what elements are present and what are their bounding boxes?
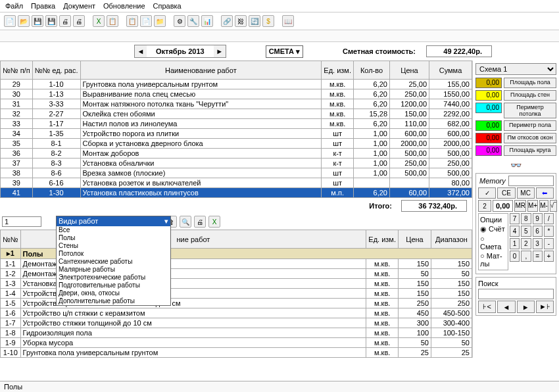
- keq[interactable]: =: [533, 251, 543, 262]
- opt-schet[interactable]: ◉ Счёт: [480, 224, 506, 234]
- tb-copy-icon[interactable]: 📋: [126, 15, 138, 27]
- t1-header[interactable]: Сумма: [429, 61, 472, 80]
- color-button[interactable]: Периметр пола: [504, 120, 556, 131]
- smeta-dropdown[interactable]: СМЕТА ▾: [266, 45, 303, 58]
- kdot[interactable]: ,: [521, 251, 531, 262]
- tb-open-icon[interactable]: 📂: [18, 15, 30, 27]
- period-prev-button[interactable]: ◄: [135, 45, 147, 57]
- dropdown-item[interactable]: Двери, окна, откосы: [57, 289, 170, 297]
- dropdown-item[interactable]: Все: [57, 226, 170, 234]
- tb-saveas-icon[interactable]: 💾: [45, 15, 57, 27]
- k5[interactable]: 5: [521, 226, 531, 237]
- color-button[interactable]: Периметр потолка: [504, 103, 556, 118]
- calc-mr[interactable]: MR: [514, 200, 526, 212]
- period-next-button[interactable]: ►: [214, 45, 226, 57]
- k8[interactable]: 8: [521, 213, 531, 224]
- search-input[interactable]: [478, 289, 554, 299]
- tb-excel-icon[interactable]: X: [93, 15, 105, 27]
- k2[interactable]: 2: [521, 238, 531, 249]
- table-row[interactable]: 388-6Врезка замков (плоские)шт1,00500,00…: [1, 168, 472, 178]
- color-button[interactable]: Площадь стен: [504, 90, 556, 101]
- opt-smeta[interactable]: ○ Смета: [480, 234, 506, 251]
- t1-header[interactable]: Кол-во: [354, 61, 390, 80]
- tb-new-icon[interactable]: 📄: [4, 15, 16, 27]
- dropdown-item[interactable]: Полы: [57, 234, 170, 242]
- calc-check[interactable]: ✓: [478, 187, 496, 199]
- search-prev[interactable]: ◄: [497, 301, 515, 313]
- main-table[interactable]: №№ п/п№№ ед. рас.Наименование работЕд. и…: [0, 61, 472, 198]
- table-row[interactable]: 1-7Устройство стяжки толщиной до 10 смм.…: [1, 318, 472, 328]
- t1-header[interactable]: №№ ед. рас.: [32, 61, 80, 80]
- dropdown-item[interactable]: Стены: [57, 242, 170, 250]
- table-row[interactable]: 368-2Монтаж доборовк-т1,00500,00500,00: [1, 149, 472, 159]
- menu-file[interactable]: Файл: [5, 2, 23, 10]
- t1-header[interactable]: Ед. изм.: [322, 61, 354, 80]
- calc-spin[interactable]: [478, 200, 491, 212]
- k9[interactable]: 9: [533, 213, 543, 224]
- calc-mplus[interactable]: M+: [527, 200, 538, 212]
- table-row[interactable]: 378-3Установка обналичкик-т1,00250,00250…: [1, 159, 472, 168]
- kdiv[interactable]: /: [544, 213, 554, 224]
- tb-tool2-icon[interactable]: 🔧: [187, 15, 199, 27]
- filter-num-input[interactable]: [2, 216, 41, 227]
- table-row[interactable]: 301-13Выравнивание пола спец смесьюм.кв.…: [1, 89, 472, 99]
- k0[interactable]: 0: [510, 251, 520, 262]
- table-row[interactable]: 411-30Установка пластиковых плинтусовм.п…: [1, 188, 472, 198]
- dropdown-item[interactable]: Электротехнические работы: [57, 274, 170, 282]
- dropdown-item[interactable]: Дополнительные работы: [57, 297, 170, 305]
- calc-sqrt[interactable]: √‾: [550, 200, 557, 212]
- tb-folder-icon[interactable]: 📁: [154, 15, 166, 27]
- filter-print-icon[interactable]: 🖨: [194, 216, 206, 228]
- dropdown-item[interactable]: Сантехнические работы: [57, 258, 170, 266]
- opt-matly[interactable]: ○ Мат-лы: [480, 251, 506, 268]
- dropdown-list[interactable]: ВсеПолыСтеныПотолокСантехнические работы…: [57, 226, 170, 305]
- table-row[interactable]: 331-17Настил полов из линолеумам.кв.6,20…: [1, 119, 472, 129]
- table-row[interactable]: 322-27Оклейка стен обоямим.кв.15,28150,0…: [1, 109, 472, 119]
- calc-back[interactable]: ⬅: [536, 187, 554, 199]
- tb-tool3-icon[interactable]: 📊: [201, 15, 213, 27]
- tb-help-icon[interactable]: 📖: [282, 15, 294, 27]
- glasses-icon[interactable]: 👓: [475, 160, 556, 170]
- table-row[interactable]: 358-1Сборка и установка дверного блокашт…: [1, 139, 472, 149]
- filter-search-icon[interactable]: 🔍: [180, 216, 191, 228]
- tb-refresh-icon[interactable]: 🔄: [249, 15, 260, 27]
- calc-mminus[interactable]: M-: [539, 200, 548, 212]
- menu-edit[interactable]: Правка: [31, 2, 55, 10]
- table-row[interactable]: 396-16Установка розеток и выключателейшт…: [1, 178, 472, 188]
- menu-update[interactable]: Обновление: [103, 2, 145, 10]
- work-type-dropdown[interactable]: Виды работ▾ ВсеПолыСтеныПотолокСантехнич…: [56, 216, 171, 306]
- calc-ce[interactable]: CE: [497, 187, 515, 199]
- search-next[interactable]: ►: [517, 301, 535, 313]
- search-last[interactable]: ►⊦: [536, 301, 554, 313]
- k7[interactable]: 7: [510, 213, 520, 224]
- t2-header[interactable]: Диапазон: [431, 230, 472, 249]
- table-row[interactable]: 1-10Грунтовка пола универсальным грунтом…: [1, 348, 472, 358]
- tb-save-icon[interactable]: 💾: [32, 15, 43, 27]
- k4[interactable]: 4: [510, 226, 520, 237]
- dropdown-item[interactable]: Подготовительные работы: [57, 282, 170, 289]
- filter-excel-icon[interactable]: X: [208, 216, 220, 228]
- table-row[interactable]: 1-6Устройство ц/п стяжки с керамзитомм.к…: [1, 308, 472, 318]
- table-row[interactable]: 341-35Устройство порога из плиткишт1,006…: [1, 129, 472, 139]
- scheme-select[interactable]: Схема 1: [475, 63, 556, 75]
- t1-header[interactable]: Цена: [390, 61, 429, 80]
- kmul[interactable]: *: [544, 226, 554, 237]
- k1[interactable]: 1: [510, 238, 520, 249]
- table-row[interactable]: 1-8Гидроизоляция полам.кв.100100-150: [1, 328, 472, 338]
- dropdown-item[interactable]: Малярные работы: [57, 266, 170, 274]
- tb-doc-icon[interactable]: 📄: [140, 15, 152, 27]
- table-row[interactable]: 291-10Грунтовка пола универсальным грунт…: [1, 80, 472, 89]
- calc-mc[interactable]: MC: [517, 187, 535, 199]
- t1-header[interactable]: Наименование работ: [80, 61, 322, 80]
- tb-preview-icon[interactable]: 🖨: [73, 15, 85, 27]
- t2-header[interactable]: Ед. изм.: [366, 230, 399, 249]
- table-row[interactable]: 1-11Грунтовка пола бетон-контактомм.кв.3…: [1, 358, 472, 358]
- kplus[interactable]: +: [544, 251, 554, 262]
- dropdown-item[interactable]: Потолок: [57, 250, 170, 258]
- k3[interactable]: 3: [533, 238, 543, 249]
- table-row[interactable]: 1-9Уборка мусорам.кв.5050: [1, 338, 472, 348]
- kminus[interactable]: -: [544, 238, 554, 249]
- color-button[interactable]: Площадь пола: [504, 78, 556, 88]
- t1-header[interactable]: №№ п/п: [1, 61, 33, 80]
- tb-print-icon[interactable]: 🖨: [59, 15, 71, 27]
